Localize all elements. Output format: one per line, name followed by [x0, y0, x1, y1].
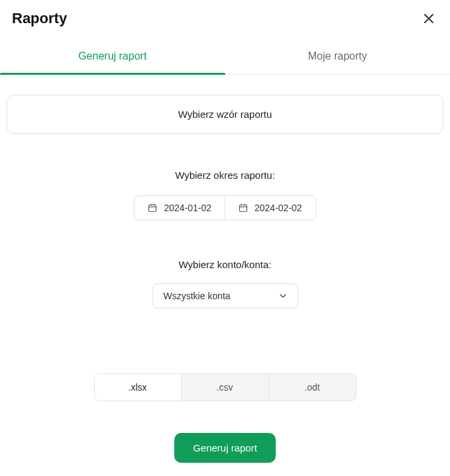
- chevron-down-icon: [279, 292, 287, 300]
- tabs: Generuj raport Moje raporty: [0, 40, 450, 75]
- close-icon: [422, 12, 435, 25]
- format-csv-button[interactable]: .csv: [182, 373, 269, 401]
- calendar-icon: [148, 203, 157, 213]
- date-from-input[interactable]: 2024-01-02: [134, 195, 225, 220]
- tab-generate-report[interactable]: Generuj raport: [0, 40, 225, 74]
- date-range-row: 2024-01-02 2024-02-02: [134, 195, 315, 220]
- svg-rect-4: [240, 205, 247, 212]
- format-odt-button[interactable]: .odt: [269, 373, 357, 401]
- generate-report-button[interactable]: Generuj raport: [174, 433, 276, 463]
- modal-title: Raporty: [12, 10, 67, 27]
- date-to-value: 2024-02-02: [254, 203, 302, 213]
- accounts-selected-value: Wszystkie konta: [164, 291, 231, 301]
- modal-header: Raporty: [0, 0, 450, 34]
- calendar-icon: [239, 203, 248, 213]
- accounts-label: Wybierz konto/konta:: [179, 259, 272, 270]
- reports-modal: Raporty Generuj raport Moje raporty Wybi…: [0, 0, 450, 476]
- format-options: .xlsx .csv .odt: [94, 373, 357, 401]
- accounts-select[interactable]: Wszystkie konta: [152, 283, 298, 309]
- date-to-input[interactable]: 2024-02-02: [225, 195, 316, 220]
- close-button[interactable]: [420, 9, 438, 28]
- svg-rect-0: [149, 205, 156, 212]
- accounts-row: Wszystkie konta: [152, 283, 298, 309]
- period-label: Wybierz okres raportu:: [175, 169, 275, 181]
- choose-template-button[interactable]: Wybierz wzór raportu: [7, 95, 443, 134]
- modal-content: Wybierz wzór raportu Wybierz okres rapor…: [0, 75, 450, 433]
- date-from-value: 2024-01-02: [164, 203, 211, 213]
- tab-my-reports[interactable]: Moje raporty: [225, 40, 451, 74]
- format-xlsx-button[interactable]: .xlsx: [94, 373, 182, 401]
- modal-footer: Generuj raport: [0, 433, 450, 476]
